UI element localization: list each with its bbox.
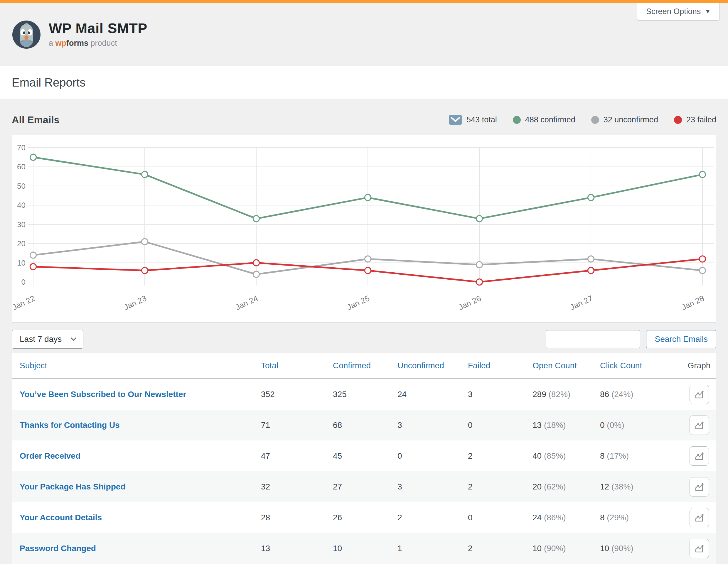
open-percent: (85%): [544, 451, 566, 460]
unconfirmed-data-point: [30, 252, 36, 258]
column-header-graph: Graph: [682, 361, 716, 370]
failed-cell: 0: [468, 420, 532, 430]
confirmed-cell: 325: [333, 390, 397, 399]
plugin-header: WP Mail SMTP a wpforms product Screen Op…: [0, 3, 728, 66]
graph-button[interactable]: [690, 508, 709, 527]
page-title: Email Reports: [12, 76, 85, 89]
click-percent: (17%): [607, 451, 629, 460]
column-header-subject[interactable]: Subject: [12, 361, 261, 370]
line-chart-icon: [694, 389, 705, 400]
email-subject-link[interactable]: Order Received: [20, 451, 80, 460]
table-row: You’ve Been Subscribed to Our Newsletter…: [12, 379, 716, 410]
subject-cell: Order Received: [12, 451, 261, 461]
confirmed-cell: 10: [333, 544, 397, 553]
column-header-failed[interactable]: Failed: [468, 361, 532, 370]
column-header-confirmed[interactable]: Confirmed: [333, 361, 397, 370]
click-count-cell: 8 (17%): [600, 451, 682, 461]
confirmed-data-point: [253, 216, 259, 222]
date-range-select[interactable]: Last 7 days: [12, 330, 83, 348]
confirmed-data-point: [365, 195, 371, 201]
graph-cell: [682, 539, 716, 558]
chevron-down-icon: [71, 335, 76, 341]
click-count-cell: 0 (0%): [600, 420, 682, 430]
confirmed-data-point: [30, 154, 36, 160]
section-header: All Emails 543 total 488 confirmed 32 un…: [12, 114, 716, 126]
column-header-open-count[interactable]: Open Count: [532, 361, 600, 370]
email-subject-link[interactable]: You’ve Been Subscribed to Our Newsletter: [20, 390, 186, 399]
emails-line-chart: 010203040506070Jan 22Jan 23Jan 24Jan 25J…: [12, 135, 716, 323]
subtitle-wp: wp: [55, 39, 67, 48]
graph-button[interactable]: [690, 415, 709, 435]
table-header-row: Subject Total Confirmed Unconfirmed Fail…: [12, 353, 716, 379]
y-axis-tick-label: 30: [17, 220, 26, 229]
column-header-unconfirmed[interactable]: Unconfirmed: [397, 361, 468, 370]
brand-block: WP Mail SMTP a wpforms product: [49, 21, 147, 48]
screen-options-label: Screen Options: [646, 7, 701, 16]
wp-mail-smtp-logo: [12, 20, 41, 49]
email-subject-link[interactable]: Your Package Has Shipped: [20, 482, 126, 491]
open-count-cell: 289 (82%): [532, 390, 600, 399]
open-percent: (18%): [544, 420, 566, 430]
open-percent: (86%): [544, 513, 566, 522]
total-cell: 47: [261, 451, 333, 461]
confirmed-cell: 45: [333, 451, 397, 461]
unconfirmed-data-point: [253, 271, 259, 277]
email-subject-link[interactable]: Your Account Details: [20, 513, 102, 522]
confirmed-cell: 27: [333, 482, 397, 491]
y-axis-tick-label: 20: [17, 239, 26, 248]
email-subject-link[interactable]: Password Changed: [20, 544, 96, 553]
unconfirmed-cell: 24: [397, 390, 468, 399]
failed-dot-icon: [674, 116, 682, 124]
open-percent: (90%): [544, 544, 566, 553]
graph-button[interactable]: [690, 446, 709, 466]
subtitle-forms: forms: [66, 39, 88, 48]
subject-cell: You’ve Been Subscribed to Our Newsletter: [12, 390, 261, 399]
unconfirmed-cell: 2: [397, 513, 468, 522]
open-count-cell: 10 (90%): [532, 544, 600, 553]
brand-title: WP Mail SMTP: [49, 21, 147, 36]
click-count-cell: 12 (38%): [600, 482, 682, 491]
table-row: Your Package Has Shipped32273220 (62%)12…: [12, 471, 716, 502]
failed-data-point: [253, 260, 259, 266]
top-accent-bar: [0, 0, 728, 3]
graph-cell: [682, 446, 716, 466]
failed-cell: 2: [468, 544, 532, 553]
graph-button[interactable]: [690, 477, 709, 496]
legend-failed-label: 23 failed: [686, 115, 716, 124]
unconfirmed-dot-icon: [591, 116, 599, 124]
y-axis-tick-label: 0: [21, 278, 26, 286]
y-axis-tick-label: 40: [17, 201, 26, 210]
line-chart-icon: [694, 512, 705, 523]
pigeon-logo-icon: [12, 20, 41, 49]
column-header-click-count[interactable]: Click Count: [600, 361, 682, 370]
email-subject-link[interactable]: Thanks for Contacting Us: [20, 420, 120, 430]
graph-cell: [682, 385, 716, 404]
unconfirmed-data-point: [588, 256, 594, 262]
open-percent: (62%): [544, 482, 566, 491]
column-header-total[interactable]: Total: [261, 361, 333, 370]
click-percent: (38%): [611, 482, 633, 491]
screen-options-button[interactable]: Screen Options ▼: [637, 3, 720, 21]
brand-subtitle: a wpforms product: [49, 39, 147, 48]
open-count-cell: 13 (18%): [532, 420, 600, 430]
failed-cell: 2: [468, 482, 532, 491]
main-content: All Emails 543 total 488 confirmed 32 un…: [0, 114, 728, 564]
confirmed-data-point: [142, 171, 148, 178]
failed-data-point: [700, 256, 706, 262]
click-percent: (24%): [611, 390, 633, 399]
email-reports-table: Subject Total Confirmed Unconfirmed Fail…: [12, 353, 716, 564]
open-count-cell: 20 (62%): [532, 482, 600, 491]
filter-row: Last 7 days Search Emails: [12, 330, 716, 348]
graph-button[interactable]: [690, 385, 709, 404]
failed-cell: 3: [468, 390, 532, 399]
graph-cell: [682, 415, 716, 435]
search-emails-button[interactable]: Search Emails: [646, 330, 716, 348]
line-chart-icon: [694, 420, 705, 430]
table-row: Order Received47450240 (85%)8 (17%): [12, 440, 716, 471]
confirmed-data-point: [700, 171, 706, 178]
graph-button[interactable]: [690, 539, 709, 558]
table-row: Thanks for Contacting Us71683013 (18%)0 …: [12, 410, 716, 440]
search-input[interactable]: [546, 330, 640, 348]
click-percent: (29%): [607, 513, 629, 522]
unconfirmed-cell: 1: [397, 544, 468, 553]
